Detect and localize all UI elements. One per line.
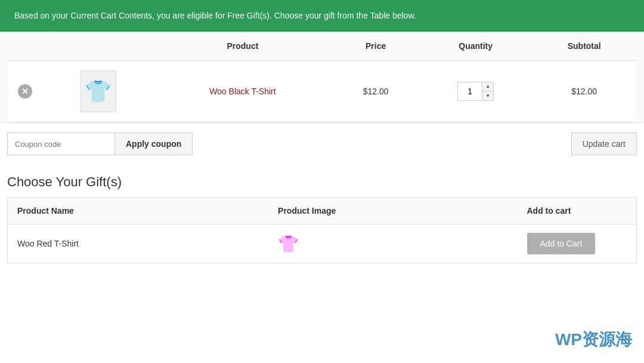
remove-item-button[interactable]: ✕ [18, 84, 32, 99]
product-thumb-cell: 👕 [43, 61, 153, 122]
quantity-input[interactable] [458, 82, 482, 100]
gift-table: Product Name Product Image Add to cart W… [7, 197, 637, 263]
cart-row: ✕ 👕 Woo Black T-Shirt $12.00 [7, 61, 637, 122]
red-tshirt-icon: 👕 [278, 235, 299, 253]
quantity-down-button[interactable]: ▼ [482, 91, 493, 100]
col-remove-header [7, 32, 43, 61]
cart-table-header: Product Price Quantity Subtotal [7, 32, 637, 61]
coupon-form: Apply coupon [7, 133, 193, 155]
cart-section: Product Price Quantity Subtotal ✕ [0, 32, 644, 122]
coupon-section: Apply coupon Update cart [0, 122, 644, 165]
col-price-header: Price [332, 32, 419, 61]
gift-product-image-cell: 👕 [268, 224, 517, 263]
gift-section: Choose Your Gift(s) Product Name Product… [0, 165, 644, 263]
quantity-spinners: ▲ ▼ [482, 82, 493, 100]
banner-message: Based on your Current Cart Contents, you… [14, 11, 416, 20]
gift-section-title: Choose Your Gift(s) [7, 174, 637, 190]
price-cell: $12.00 [332, 61, 419, 122]
product-subtotal: $12.00 [571, 87, 597, 96]
col-subtotal-header: Subtotal [531, 32, 637, 61]
product-thumbnail: 👕 [80, 70, 116, 112]
quantity-up-button[interactable]: ▲ [482, 82, 493, 91]
gift-product-name-cell: Woo Red T-Shirt [8, 224, 269, 263]
gift-col-name-header: Product Name [8, 198, 269, 224]
remove-cell: ✕ [7, 61, 43, 122]
gift-row: Woo Red T-Shirt 👕 Add to Cart [8, 224, 637, 263]
free-gift-banner: Based on your Current Cart Contents, you… [0, 0, 644, 32]
gift-add-cell: Add to Cart [518, 224, 637, 263]
subtotal-cell: $12.00 [531, 61, 637, 122]
col-quantity-header: Quantity [420, 32, 532, 61]
apply-coupon-button[interactable]: Apply coupon [114, 133, 193, 155]
update-cart-button[interactable]: Update cart [571, 133, 637, 155]
coupon-code-input[interactable] [7, 133, 114, 155]
add-to-cart-button[interactable]: Add to Cart [527, 233, 596, 254]
gift-col-image-header: Product Image [268, 198, 517, 224]
product-price: $12.00 [363, 87, 389, 96]
gift-product-name: Woo Red T-Shirt [17, 239, 79, 248]
cart-table: Product Price Quantity Subtotal ✕ [7, 32, 637, 122]
gift-table-header: Product Name Product Image Add to cart [8, 198, 637, 224]
black-tshirt-icon: 👕 [85, 79, 112, 104]
gift-col-add-header: Add to cart [518, 198, 637, 224]
col-product-header: Product [153, 32, 332, 61]
product-name-cell: Woo Black T-Shirt [153, 61, 332, 122]
product-link[interactable]: Woo Black T-Shirt [209, 87, 276, 96]
col-thumb-header [43, 32, 153, 61]
quantity-wrapper: ▲ ▼ [457, 82, 494, 101]
quantity-cell: ▲ ▼ [420, 61, 532, 122]
